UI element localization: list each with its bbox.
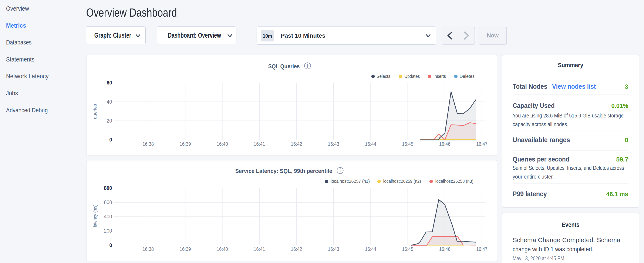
svg-text:Deletes: Deletes [460, 74, 474, 79]
svg-text:16:47: 16:47 [476, 141, 488, 147]
svg-text:16:39: 16:39 [180, 141, 191, 147]
svg-text:Now: Now [487, 32, 499, 39]
svg-text:Sum of Selects, Updates, Inser: Sum of Selects, Updates, Inserts, and De… [512, 165, 624, 171]
svg-text:16:43: 16:43 [328, 246, 339, 252]
svg-text:P99 latency: P99 latency [512, 190, 547, 198]
svg-text:16:41: 16:41 [254, 246, 265, 252]
svg-text:0: 0 [625, 137, 628, 143]
svg-text:10m: 10m [263, 33, 272, 39]
svg-text:800: 800 [104, 185, 112, 191]
svg-text:400: 400 [104, 214, 112, 219]
svg-text:16:45: 16:45 [402, 141, 413, 147]
svg-text:Graph: Cluster: Graph: Cluster [94, 31, 131, 39]
svg-text:Updates: Updates [404, 74, 420, 79]
svg-text:change with ID 1 was completed: change with ID 1 was completed. [512, 246, 594, 252]
svg-text:Statements: Statements [6, 56, 34, 63]
svg-text:Schema Change Completed: Schem: Schema Change Completed: Schema [512, 237, 620, 243]
svg-text:SQL Queries: SQL Queries [268, 63, 300, 70]
svg-text:Databases: Databases [6, 39, 32, 46]
svg-text:You are using 28.6 MiB of 515.: You are using 28.6 MiB of 515.9 GiB usab… [512, 112, 624, 119]
svg-text:Service Latency: SQL, 99th per: Service Latency: SQL, 99th percentile [235, 168, 332, 174]
svg-text:16:46: 16:46 [439, 141, 450, 147]
svg-text:localhost:26259 (n2): localhost:26259 (n2) [383, 179, 421, 184]
svg-text:59.7: 59.7 [616, 156, 628, 163]
svg-text:Unavailable ranges: Unavailable ranges [512, 136, 570, 144]
svg-text:Events: Events [562, 221, 579, 228]
svg-text:16:42: 16:42 [291, 246, 302, 252]
svg-text:View nodes list: View nodes list [552, 83, 596, 90]
svg-text:600: 600 [104, 200, 112, 205]
svg-text:Dashboard: Overview: Dashboard: Overview [168, 31, 221, 39]
svg-text:localhost:26257 (n1): localhost:26257 (n1) [330, 179, 370, 184]
svg-text:Network Latency: Network Latency [6, 73, 49, 80]
svg-text:16:47: 16:47 [476, 246, 488, 252]
svg-text:queries: queries [92, 104, 98, 119]
svg-text:60: 60 [106, 80, 112, 86]
svg-text:Metrics: Metrics [6, 22, 26, 29]
svg-text:Capacity Used: Capacity Used [512, 102, 555, 109]
svg-text:your entire cluster.: your entire cluster. [512, 173, 554, 180]
svg-text:40: 40 [106, 99, 112, 105]
svg-text:16:39: 16:39 [180, 246, 191, 252]
svg-text:46.1 ms: 46.1 ms [606, 191, 628, 197]
svg-text:16:44: 16:44 [365, 246, 376, 252]
svg-text:3: 3 [625, 83, 628, 90]
svg-text:Jobs: Jobs [6, 90, 18, 97]
svg-text:16:45: 16:45 [402, 246, 413, 252]
svg-text:0.01%: 0.01% [611, 102, 628, 109]
svg-text:16:44: 16:44 [365, 141, 376, 147]
svg-text:Inserts: Inserts [434, 74, 446, 79]
svg-text:localhost:26258 (n3): localhost:26258 (n3) [436, 179, 474, 184]
svg-text:16:38: 16:38 [142, 246, 154, 252]
svg-text:16:41: 16:41 [254, 141, 265, 147]
svg-text:16:42: 16:42 [291, 141, 302, 147]
svg-text:Overview: Overview [6, 5, 29, 12]
svg-text:0: 0 [109, 137, 112, 143]
svg-text:Total Nodes: Total Nodes [512, 83, 547, 90]
svg-text:16:40: 16:40 [217, 246, 228, 252]
svg-text:Overview Dashboard: Overview Dashboard [86, 6, 177, 19]
svg-text:Summary: Summary [558, 62, 584, 69]
svg-text:0: 0 [109, 242, 112, 248]
svg-text:latency (ms): latency (ms) [92, 204, 98, 227]
svg-text:20: 20 [106, 118, 112, 124]
svg-text:200: 200 [104, 228, 112, 234]
svg-text:Past 10 Minutes: Past 10 Minutes [281, 32, 325, 39]
svg-text:capacity across all nodes.: capacity across all nodes. [512, 121, 568, 127]
svg-text:Selects: Selects [376, 74, 390, 79]
svg-text:16:38: 16:38 [142, 141, 154, 147]
svg-text:16:40: 16:40 [217, 141, 228, 147]
svg-text:16:43: 16:43 [328, 141, 339, 147]
svg-text:16:46: 16:46 [439, 246, 450, 252]
svg-text:Queries per second: Queries per second [512, 155, 570, 163]
svg-text:May 13, 2020 at 4:45 PM: May 13, 2020 at 4:45 PM [512, 255, 564, 261]
svg-text:Advanced Debug: Advanced Debug [6, 107, 48, 114]
